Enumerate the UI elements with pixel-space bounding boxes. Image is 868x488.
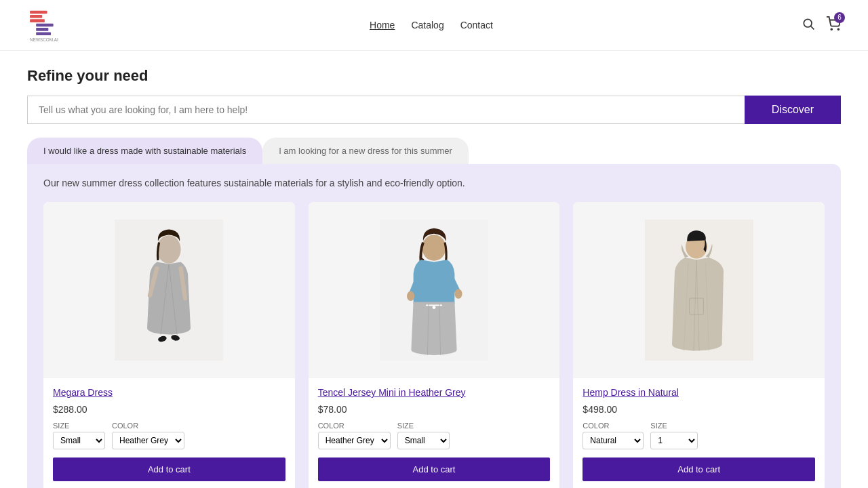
- svg-rect-1: [30, 15, 42, 18]
- svg-point-26: [433, 306, 436, 309]
- svg-rect-0: [30, 11, 47, 14]
- svg-point-10: [837, 28, 839, 30]
- svg-point-7: [804, 19, 812, 27]
- size-select-1[interactable]: Small Medium Large: [53, 432, 105, 449]
- product-info-2: Tencel Jersey Mini in Heather Grey $78.0…: [309, 378, 560, 449]
- results-area: Our new summer dress collection features…: [27, 164, 841, 488]
- color-label-2: COLOR: [318, 422, 391, 430]
- product-price-3: $498.00: [583, 404, 815, 415]
- main-content: Refine your need Discover I would like a…: [0, 51, 868, 488]
- svg-point-12: [157, 235, 181, 264]
- product-options-2: COLOR Heather Grey Black SIZE Small Medi…: [318, 422, 551, 449]
- search-bar: Discover: [27, 96, 841, 124]
- svg-rect-3: [36, 24, 53, 27]
- product-options-3: COLOR Natural Grey SIZE 1 2 3: [583, 422, 815, 449]
- add-to-cart-1[interactable]: Add to cart: [53, 458, 285, 481]
- products-grid: Megara Dress $288.00 Size Small Medium L…: [43, 202, 825, 488]
- logo-icon: NEWSCOM.AI: [27, 8, 61, 42]
- product-card-3: Hemp Dress in Natural $498.00 COLOR Natu…: [573, 202, 825, 488]
- add-to-cart-2[interactable]: Add to cart: [318, 458, 551, 481]
- size-select-3[interactable]: 1 2 3: [650, 432, 698, 449]
- color-group-1: Color Heather Grey Black White: [112, 422, 184, 449]
- svg-rect-4: [36, 28, 48, 31]
- product-illustration-3: [645, 209, 753, 371]
- main-nav: Home Catalog Contact: [370, 20, 493, 30]
- size-label-3: SIZE: [650, 422, 698, 430]
- search-input[interactable]: [27, 96, 745, 124]
- svg-rect-2: [30, 19, 45, 22]
- nav-contact[interactable]: Contact: [460, 20, 493, 30]
- product-info-1: Megara Dress $288.00 Size Small Medium L…: [43, 378, 295, 449]
- cart-badge: 6: [834, 12, 845, 23]
- nav-catalog[interactable]: Catalog: [411, 20, 443, 30]
- svg-point-23: [407, 291, 414, 301]
- product-name-3[interactable]: Hemp Dress in Natural: [583, 386, 815, 399]
- svg-text:NEWSCOM.AI: NEWSCOM.AI: [30, 37, 58, 42]
- size-group-3: SIZE 1 2 3: [650, 422, 698, 449]
- color-select-1[interactable]: Heather Grey Black White: [112, 432, 184, 449]
- product-name-1[interactable]: Megara Dress: [53, 386, 285, 399]
- product-image-1: [43, 202, 295, 378]
- header-actions: 6: [802, 16, 841, 35]
- product-price-2: $78.00: [318, 404, 551, 415]
- svg-point-22: [422, 235, 446, 260]
- product-illustration-2: [380, 209, 488, 371]
- svg-rect-5: [36, 32, 51, 35]
- size-select-2[interactable]: Small Medium Large: [397, 432, 450, 449]
- color-label-1: Color: [112, 422, 184, 430]
- product-info-3: Hemp Dress in Natural $498.00 COLOR Natu…: [573, 378, 825, 449]
- product-price-1: $288.00: [53, 404, 285, 415]
- product-image-2: [309, 202, 560, 378]
- color-label-3: COLOR: [583, 422, 644, 430]
- size-group-1: Size Small Medium Large: [53, 422, 105, 449]
- logo-area: NEWSCOM.AI: [27, 8, 61, 42]
- product-options-1: Size Small Medium Large Color Heather Gr…: [53, 422, 285, 449]
- size-label-2: SIZE: [397, 422, 450, 430]
- svg-point-24: [454, 289, 462, 298]
- color-group-3: COLOR Natural Grey: [583, 422, 644, 449]
- color-select-3[interactable]: Natural Grey: [583, 432, 644, 449]
- search-icon: [802, 17, 815, 30]
- color-select-2[interactable]: Heather Grey Black: [318, 432, 391, 449]
- color-group-2: COLOR Heather Grey Black: [318, 422, 391, 449]
- suggestion-tabs: I would like a dress made with sustainab…: [27, 138, 841, 164]
- product-illustration-1: [115, 209, 223, 371]
- size-label-1: Size: [53, 422, 105, 430]
- suggestion-tab-1[interactable]: I would like a dress made with sustainab…: [27, 138, 262, 164]
- product-name-2[interactable]: Tencel Jersey Mini in Heather Grey: [318, 386, 551, 399]
- product-image-3: [573, 202, 825, 378]
- header: NEWSCOM.AI Home Catalog Contact 6: [0, 0, 868, 51]
- svg-point-9: [831, 28, 832, 30]
- results-description: Our new summer dress collection features…: [43, 178, 825, 188]
- page-title: Refine your need: [27, 67, 841, 85]
- svg-line-8: [811, 26, 814, 29]
- search-button[interactable]: [802, 17, 815, 34]
- cart-button[interactable]: 6: [826, 16, 841, 35]
- add-to-cart-3[interactable]: Add to cart: [583, 458, 815, 481]
- discover-button[interactable]: Discover: [745, 96, 841, 124]
- suggestion-tab-2[interactable]: I am looking for a new dress for this su…: [262, 138, 469, 164]
- size-group-2: SIZE Small Medium Large: [397, 422, 450, 449]
- product-card-2: Tencel Jersey Mini in Heather Grey $78.0…: [309, 202, 560, 488]
- product-card-1: Megara Dress $288.00 Size Small Medium L…: [43, 202, 295, 488]
- nav-home[interactable]: Home: [370, 20, 395, 30]
